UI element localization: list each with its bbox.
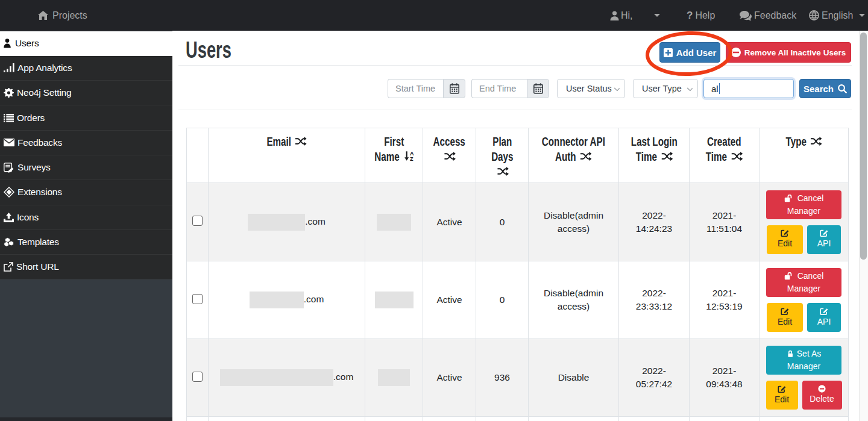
svg-text:Z: Z: [409, 156, 413, 161]
